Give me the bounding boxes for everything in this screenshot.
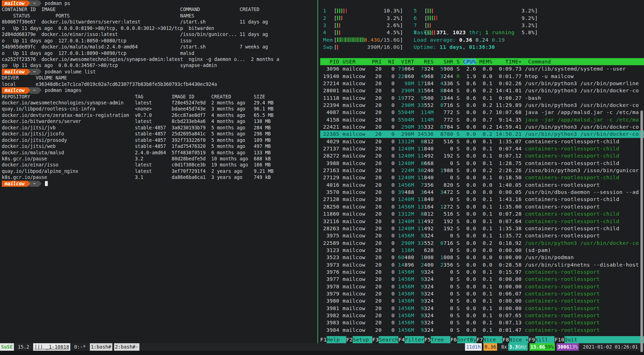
tmux-pane-separator[interactable]	[317, 0, 318, 343]
process-row[interactable]: 3980 mailcow 20 0 1456M 9324 0 S 0.0 0.1…	[320, 297, 644, 304]
process-row[interactable]: 11118 mailcow 20 0 19772 9500 3344 S 0.6…	[320, 94, 644, 102]
status-disk-pct: 13%	[569, 343, 579, 351]
process-row[interactable]: 3982 mailcow 20 0 1456M 9324 0 S 0.0 0.1…	[320, 312, 644, 319]
process-row[interactable]: 28001 mailcow 20 0 290M 31564 8844 S 0.6…	[320, 87, 644, 94]
process-row[interactable]: 3975 mailcow 20 0 1456M 9324 0 S 0.0 0.1…	[320, 232, 644, 239]
process-row[interactable]: 3123 mailcow 20 0 116M 628 0 S 0.0 0.0 0…	[320, 247, 644, 254]
terminal-output-line: REPOSITORY TAG IMAGE ID CREATED SIZE	[2, 94, 318, 100]
meter: Mem[8.43G/15.6G]	[323, 36, 403, 43]
process-row[interactable]: 3988 mailcow 20 0 1240M 8668 0 S 0.0 0.1…	[320, 160, 644, 167]
terminal-output-line: docker.io/bitwardenrs/server latest 8cbd…	[2, 118, 318, 124]
fkey-f7-label[interactable]: Nice -	[483, 336, 503, 343]
meter-ticks	[337, 37, 364, 42]
process-row[interactable]: 22421 mailcow 20 0 290M 35332 8784 S 0.0…	[320, 123, 644, 130]
fkey-f5-key[interactable]: F5	[424, 336, 431, 343]
prompt-user-segment: mailcow	[2, 87, 27, 93]
powerline-arrow-icon	[27, 87, 30, 93]
fkey-f10-key[interactable]: F10	[554, 336, 564, 343]
fkey-f1-key[interactable]: F1	[320, 336, 327, 343]
meter-bar-tick	[344, 37, 345, 42]
meter-label: 2	[323, 15, 334, 22]
tmux-window-2[interactable]: 2:bash#-	[114, 343, 139, 351]
process-table-header[interactable]: PID USER PRI NI VIRT RES SHR S CPU% MEM%…	[320, 58, 644, 65]
process-row[interactable]: 3570 mailcow 20 0 39488 3644 3472 S 0.0 …	[320, 189, 644, 196]
process-row[interactable]: 19140 mailcow 20 0 22860 4968 3244 R 1.9…	[320, 73, 644, 80]
meter-bar-tick	[337, 23, 338, 28]
process-row[interactable]: 28250 mailcow 20 0 1456M 13164 1272 S 0.…	[320, 203, 644, 210]
meter-ticks	[428, 23, 521, 28]
process-row[interactable]: 3977 mailcow 20 0 1456M 9324 0 S 0.0 0.1…	[320, 276, 644, 283]
meter-bar-tick	[428, 9, 429, 13]
fkey-f6-key[interactable]: F6	[450, 336, 457, 343]
process-row[interactable]: 32116 mailcow 20 0 1240M 11492 192 S 0.0…	[320, 218, 644, 225]
fkey-f9-label[interactable]: Kill	[535, 336, 555, 343]
fkey-f2-key[interactable]: F2	[346, 336, 353, 343]
fkey-f9-key[interactable]: F9	[528, 336, 535, 343]
tmux-session-name: SuSE	[0, 343, 14, 351]
meter-ticks	[337, 23, 387, 28]
tmux-window-1[interactable]: 1:bash#	[90, 343, 112, 351]
tasks-summary: Tasks: 371, 1023 thr; 1 running	[414, 29, 515, 36]
fkey-f4-label[interactable]: Filter	[405, 336, 424, 343]
shell-prompt-line[interactable]: mailcow~	[2, 181, 318, 187]
meter-bar-tick	[436, 16, 438, 20]
process-row[interactable]: 3976 mailcow 20 0 1456M 9324 0 S 0.0 0.1…	[320, 268, 644, 276]
process-row[interactable]: 3984 mailcow 20 0 1456M 9324 0 S 0.0 0.1…	[320, 326, 644, 334]
meter: 6[9.2%]	[414, 15, 538, 22]
process-row[interactable]: 3978 mailcow 20 0 1456M 9324 0 S 0.0 0.1…	[320, 283, 644, 290]
process-row[interactable]: 28272 mailcow 20 0 1240M 11492 192 S 0.0…	[320, 152, 644, 159]
process-row[interactable]: 22385 mailcow 20 0 290M 34536 8780 S 0.0…	[320, 130, 644, 138]
fkey-f4-key[interactable]: F4	[398, 336, 405, 343]
process-row[interactable]: 3523 mailcow 20 0 60480 1008 1008 S 0.0 …	[320, 254, 644, 261]
status-mem-total: 15.6G	[530, 343, 545, 351]
fkey-f6-label[interactable]: SortBy	[457, 336, 477, 343]
process-row[interactable]: 4016 mailcow 20 0 1456M 7356 820 S 0.0 0…	[320, 181, 644, 189]
process-row[interactable]: 3979 mailcow 20 0 1456M 9324 0 S 0.0 0.1…	[320, 290, 644, 297]
shell-prompt-line[interactable]: mailcow~podman volume list	[2, 69, 318, 75]
powerline-arrow-icon	[39, 69, 42, 74]
fkey-f5-label[interactable]: Tree	[431, 336, 450, 343]
meter-label: Swp	[323, 43, 334, 51]
terminal-output-line: docker.io/jitsi/jvb stable-4857 3a823019…	[2, 125, 318, 131]
fkey-f10-label[interactable]: Quit	[564, 336, 644, 343]
fkey-f8-key[interactable]: F8	[502, 336, 509, 343]
fkey-f2-label[interactable]: Setup	[353, 336, 372, 343]
process-row[interactable]: 3096 mailcow 20 0 73064 7324 5908 S 2.6 …	[320, 65, 644, 72]
process-row[interactable]: 27129 mailcow 20 0 1240M 11840 0 S 0.0 0…	[320, 174, 644, 181]
shell-prompt-line[interactable]: mailcow~podman ps	[2, 0, 318, 6]
terminal-cursor[interactable]	[45, 181, 48, 186]
process-row[interactable]: 3983 mailcow 20 0 1456M 9324 0 S 0.0 0.1…	[320, 319, 644, 326]
process-row[interactable]: 27128 mailcow 20 0 1240M 11840 0 S 0.0 0…	[320, 196, 644, 203]
process-row[interactable]: 4158 mailcow 20 0 5504M 114M 772 S 0.0 0…	[320, 116, 644, 123]
terminal-output-line: k8s.gcr.io/pause 3.1 da86e6ba6ca1 3 year…	[2, 174, 318, 180]
terminal-pane-left[interactable]: mailcow~podman psCONTAINER ID IMAGE COMM…	[0, 0, 318, 343]
process-row[interactable]: 28263 mailcow 20 0 1240M 11492 192 S 0.0…	[320, 225, 644, 232]
process-row[interactable]: 11860 mailcow 20 0 1312M 8812 516 S 0.0 …	[320, 210, 644, 217]
meter-row: 1[10.3%]	[323, 7, 403, 14]
tmux-window-0[interactable]: 0:-*	[70, 343, 90, 351]
meter-bar-tick	[347, 37, 348, 42]
fkey-f3-label[interactable]: Search	[379, 336, 398, 343]
process-row[interactable]: 27137 mailcow 20 0 1240M 11840 0 S 0.0 0…	[320, 145, 644, 152]
process-row[interactable]: 4087 mailcow 20 0 5504M 114M 772 S 0.0 0…	[320, 109, 644, 116]
meter-label: 7	[414, 22, 424, 29]
process-row[interactable]: 22394 mailcow 20 0 290M 33552 8716 S 0.0…	[320, 102, 644, 109]
scrollbar-thumb[interactable]	[640, 110, 643, 352]
fkey-f8-label[interactable]: Nice +	[509, 336, 529, 343]
process-row[interactable]: 3981 mailcow 20 0 1456M 9324 0 S 0.0 0.1…	[320, 305, 644, 312]
terminal-output-line: quay.io/libpod/alpine_nginx latest 3ef70…	[2, 168, 318, 174]
process-row[interactable]: 22589 mailcow 20 0 290M 33552 8716 S 0.0…	[320, 240, 644, 247]
fkey-f3-key[interactable]: F3	[372, 336, 379, 343]
process-row[interactable]: 3973 mailcow 20 0 14896 2400 2356 S 0.0 …	[320, 261, 644, 268]
process-row[interactable]: 27214 mailcow 20 0 98M 17184 4336 S 0.6 …	[320, 80, 644, 87]
fkey-f1-label[interactable]: Help	[327, 336, 346, 343]
meter-bar-tick	[339, 16, 340, 20]
shell-prompt-line[interactable]: mailcow~podman images	[2, 87, 318, 93]
process-row[interactable]: 27163 mailcow 20 0 224M 30240 1988 S 0.0…	[320, 167, 644, 174]
meter-row: 2[3.2%]	[323, 15, 403, 22]
htop-pane-right[interactable]: 1[10.3%]2[3.2%]3[2.6%]4[4.5%]5[3.2%]6[9.…	[320, 0, 644, 343]
fkey-f7-key[interactable]: F7	[476, 336, 483, 343]
process-row[interactable]: 4029 mailcow 20 0 1312M 8812 516 S 0.0 0…	[320, 138, 644, 145]
meter-bar-tick	[337, 45, 338, 50]
meter-label: 1	[323, 7, 334, 14]
